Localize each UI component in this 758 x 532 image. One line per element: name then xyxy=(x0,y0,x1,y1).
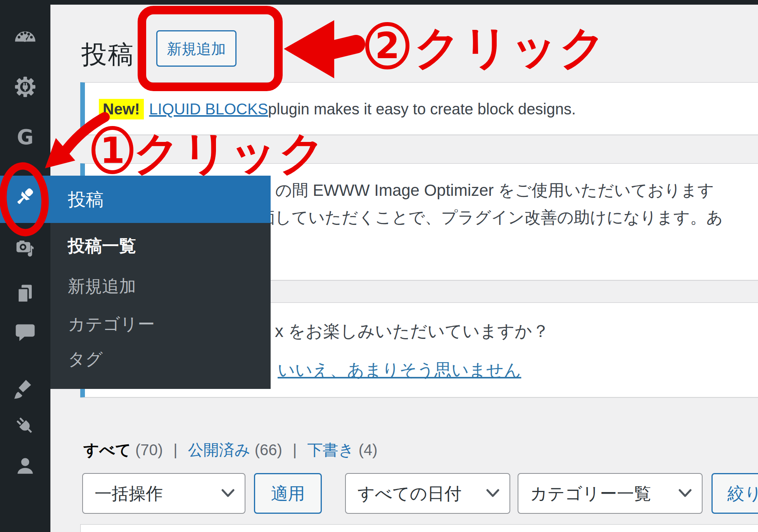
filter-separator: | xyxy=(173,441,177,458)
filter-all-count: (70) xyxy=(135,441,163,458)
annotation-step2-arrow xyxy=(284,20,356,78)
filter-button[interactable]: 絞り xyxy=(711,473,758,514)
sidebar-item-dashboard[interactable] xyxy=(13,25,37,49)
notice-liquid-text: plugin makes it easy to create block des… xyxy=(268,100,576,118)
filter-separator: | xyxy=(293,441,297,458)
sidebar-item-plugin-settings[interactable] xyxy=(13,76,37,100)
svg-text:2: 2 xyxy=(375,25,400,67)
posts-table xyxy=(80,524,758,532)
post-status-filters: すべて (70) | 公開済み (66) | 下書き (4) xyxy=(83,439,378,461)
page-title: 投稿 xyxy=(81,37,134,72)
sidebar-item-posts[interactable] xyxy=(0,176,50,223)
liquid-blocks-link[interactable]: LIQUID BLOCKS xyxy=(149,100,268,118)
survey-no-link[interactable]: いいえ、あまりそう思いません xyxy=(278,359,521,382)
notice-ewww-line1: くの間 EWWW Image Optimizer をご使用いただいております xyxy=(259,177,723,204)
category-filter-select[interactable]: カテゴリー一覧 xyxy=(518,473,703,514)
sidebar-item-site-kit[interactable]: G xyxy=(13,126,37,150)
flyout-item-post-list[interactable]: 投稿一覧 xyxy=(50,234,271,258)
admin-sidebar: G xyxy=(0,0,50,532)
media-camera-icon xyxy=(14,237,37,262)
notice-ewww-line2: 価していただくことで、プラグイン改善の助けになります。あ xyxy=(259,204,723,231)
bulk-action-select[interactable]: 一括操作 xyxy=(82,473,245,514)
flyout-header-posts[interactable]: 投稿 xyxy=(50,176,271,223)
sidebar-item-comments[interactable] xyxy=(13,321,37,345)
filter-published-count: (66) xyxy=(255,441,282,458)
sidebar-item-appearance[interactable] xyxy=(13,378,37,402)
user-person-icon xyxy=(14,454,37,479)
annotation-step2-label: クリック xyxy=(414,17,608,79)
pages-icon xyxy=(14,282,37,307)
admin-topbar xyxy=(0,0,758,5)
apply-button[interactable]: 適用 xyxy=(254,473,322,514)
posts-flyout-menu: 投稿 投稿一覧 新規追加 カテゴリー タグ xyxy=(50,176,271,389)
filter-all-link[interactable]: すべて xyxy=(83,441,131,458)
sidebar-item-users[interactable] xyxy=(13,454,37,478)
survey-question: x をお楽しみいただいていますか？ xyxy=(275,320,549,343)
bulk-action-selected-value: 一括操作 xyxy=(95,474,163,513)
add-new-button[interactable]: 新規追加 xyxy=(156,30,237,67)
notice-liquid-blocks: New! LIQUID BLOCKS plugin makes it easy … xyxy=(80,82,758,135)
date-filter-select[interactable]: すべての日付 xyxy=(345,473,510,514)
paintbrush-icon xyxy=(14,378,37,402)
sidebar-item-media[interactable] xyxy=(13,237,37,261)
svg-text:G: G xyxy=(17,126,33,149)
google-g-icon: G xyxy=(14,126,37,150)
annotation-step2-number: 2 xyxy=(367,24,407,67)
wordpress-admin-posts-screen: G xyxy=(0,0,758,532)
filter-draft-count: (4) xyxy=(359,441,378,458)
sidebar-item-pages[interactable] xyxy=(13,282,37,306)
filter-published-link[interactable]: 公開済み xyxy=(188,441,250,458)
chevron-down-icon xyxy=(486,489,499,498)
comments-bubble-icon xyxy=(14,321,37,345)
plug-icon xyxy=(14,415,37,439)
dashboard-icon xyxy=(14,25,37,50)
category-filter-selected-value: カテゴリー一覧 xyxy=(530,474,651,513)
flyout-item-tags[interactable]: タグ xyxy=(50,347,271,371)
flyout-item-categories[interactable]: カテゴリー xyxy=(50,312,271,336)
sidebar-item-plugins[interactable] xyxy=(13,415,37,439)
filter-draft-link[interactable]: 下書き xyxy=(307,441,354,458)
flyout-item-add-new[interactable]: 新規追加 xyxy=(50,274,271,298)
plugin-settings-gear-icon xyxy=(14,75,37,100)
chevron-down-icon xyxy=(221,489,235,498)
new-badge: New! xyxy=(99,99,144,119)
chevron-down-icon xyxy=(679,489,692,498)
posts-pushpin-icon xyxy=(12,185,36,209)
date-filter-selected-value: すべての日付 xyxy=(357,474,461,513)
